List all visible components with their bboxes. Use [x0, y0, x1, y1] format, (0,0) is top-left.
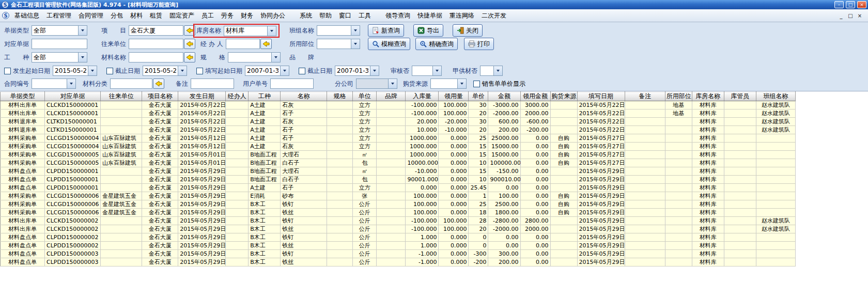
spec-combo[interactable]: [228, 52, 281, 62]
menu-item[interactable]: 工具: [355, 10, 375, 22]
warehouse-combo[interactable]: [224, 26, 276, 36]
table-row[interactable]: 材料盘点单CLPDD150000003金石大厦2015年05月29日B木工铁丝公…: [1, 258, 796, 266]
material-class-lookup-button[interactable]: [153, 79, 164, 89]
menu-item[interactable]: 帮助: [316, 10, 335, 22]
menu-item[interactable]: 基础信息: [11, 10, 43, 22]
chevron-down-icon[interactable]: [78, 53, 87, 62]
fill-start-checkbox[interactable]: [196, 68, 203, 74]
occur-end-date-value[interactable]: [143, 66, 178, 75]
warehouse-value[interactable]: [224, 26, 267, 36]
column-header-doc_type[interactable]: 单据类型: [1, 92, 45, 101]
minimize-button[interactable]: –: [834, 1, 844, 8]
column-header-keeper[interactable]: 库管员: [724, 92, 756, 101]
menu-item[interactable]: 系统: [296, 10, 316, 22]
fill-end-date-combo[interactable]: [335, 66, 379, 76]
owner-supplied-combo[interactable]: [480, 66, 503, 76]
column-header-project[interactable]: 项目名称: [142, 92, 178, 101]
chevron-down-icon[interactable]: [370, 66, 379, 75]
menu-item[interactable]: 领导查询: [382, 10, 414, 22]
table-row[interactable]: 材料出库单CLCKD150000002金石大厦2015年05月29日B木工铁钉公…: [1, 217, 796, 225]
close-window-button[interactable]: ×: [857, 1, 866, 8]
counter-doc-input[interactable]: [32, 39, 87, 49]
table-row[interactable]: 材料采购单CLCGD150000006金星建筑五金金石大厦2015年05月29日…: [1, 209, 796, 217]
menu-item[interactable]: 员工: [198, 10, 218, 22]
chevron-down-icon[interactable]: [267, 26, 276, 36]
table-row[interactable]: 材料采购单CLCGD150000004山东百脉建筑金石大厦2015年05月12日…: [1, 134, 796, 143]
menu-item[interactable]: 固定资产: [166, 10, 198, 22]
work-type-value[interactable]: [32, 53, 78, 62]
print-button[interactable]: 打印: [464, 38, 494, 50]
spec-value[interactable]: [228, 53, 271, 62]
menu-item[interactable]: 协同办公: [257, 10, 289, 22]
table-row[interactable]: 材料盘点单CLPDD150000001金石大厦2015年05月29日A土建石子立…: [1, 184, 796, 192]
doc-type-combo[interactable]: [32, 25, 87, 36]
project-input[interactable]: [129, 25, 183, 36]
table-row[interactable]: 材料出库单CLCKD150000002金石大厦2015年05月29日B木工铁丝公…: [1, 225, 796, 233]
column-header-doc_no[interactable]: 对应单据: [45, 92, 101, 101]
fuzzy-query-button[interactable]: 模糊查询: [368, 38, 410, 50]
chevron-down-icon[interactable]: [351, 39, 360, 49]
handler-input[interactable]: [226, 39, 260, 49]
chevron-down-icon[interactable]: [78, 26, 87, 35]
chevron-down-icon[interactable]: [280, 66, 289, 75]
column-header-unit[interactable]: 单位: [353, 92, 377, 101]
work-type-combo[interactable]: [32, 52, 87, 62]
menu-item[interactable]: 劳务: [218, 10, 237, 22]
contract-no-value[interactable]: [32, 79, 67, 88]
user-doc-no-input[interactable]: [270, 79, 314, 89]
fill-end-date-value[interactable]: [335, 66, 370, 75]
table-row[interactable]: 材料盘点单CLPDD150000001金石大厦2015年05月29日B地面工程大…: [1, 167, 796, 176]
menu-item[interactable]: 工程管理: [43, 10, 75, 22]
column-header-amount[interactable]: 金额: [488, 92, 520, 101]
menu-item[interactable]: 重连网络: [446, 10, 478, 22]
occur-end-date-combo[interactable]: [143, 66, 187, 76]
column-header-use_amount[interactable]: 领用金额: [520, 92, 550, 101]
menu-item[interactable]: 租赁: [146, 10, 166, 22]
purchase-source-value[interactable]: [431, 79, 457, 88]
vendor-input[interactable]: [129, 39, 183, 49]
table-row[interactable]: 材料盘点单CLPDD150000002金石大厦2015年05月29日B木工铁丝公…: [1, 242, 796, 250]
branch-combo[interactable]: [356, 79, 397, 89]
table-row[interactable]: 材料出库单CLCKD150000001金石大厦2015年05月22日A土建石灰立…: [1, 101, 796, 109]
chevron-down-icon[interactable]: [178, 66, 187, 75]
contract-no-combo[interactable]: [32, 79, 76, 89]
chevron-down-icon[interactable]: [271, 53, 280, 62]
fill-start-date-combo[interactable]: [245, 66, 289, 76]
chevron-down-icon[interactable]: [88, 66, 97, 75]
new-query-button[interactable]: 新查询: [368, 24, 404, 37]
branch-value[interactable]: [357, 79, 388, 88]
column-header-part[interactable]: 所用部位: [665, 92, 692, 101]
column-header-source[interactable]: 购货来源: [550, 92, 577, 101]
used-part-value[interactable]: [317, 39, 351, 49]
sale-price-show-checkbox[interactable]: [473, 81, 480, 87]
mdi-close-button[interactable]: ×: [856, 12, 864, 20]
table-row[interactable]: 材料采购单CLCGD150000006金星建筑五金金石大厦2015年05月29日…: [1, 200, 796, 209]
table-row[interactable]: 材料采购单CLCGD150000004山东百脉建筑金石大厦2015年05月12日…: [1, 143, 796, 151]
chevron-down-icon[interactable]: [388, 79, 397, 88]
maximize-button[interactable]: □: [846, 1, 855, 8]
owner-supplied-value[interactable]: [481, 66, 493, 75]
table-row[interactable]: 材料采购单CLCGD150000005山东百脉建筑金石大厦2015年05月01日…: [1, 151, 796, 159]
doc-type-value[interactable]: [32, 26, 78, 35]
occur-start-checkbox[interactable]: [4, 68, 11, 74]
chevron-down-icon[interactable]: [457, 79, 466, 88]
table-row[interactable]: 材料退库单CLTKD150000001金石大厦2015年05月22日A土建石灰立…: [1, 118, 796, 126]
handler-lookup-button[interactable]: [260, 39, 272, 49]
fill-end-checkbox[interactable]: [299, 68, 305, 74]
column-header-fill_date[interactable]: 填写日期: [577, 92, 625, 101]
menu-item[interactable]: 材料: [127, 10, 146, 22]
menu-item[interactable]: 合同管理: [75, 10, 107, 22]
material-name-input[interactable]: [129, 52, 183, 62]
menu-item[interactable]: 窗口: [335, 10, 355, 22]
column-header-spec[interactable]: 规格: [327, 92, 353, 101]
column-header-brand[interactable]: 品牌: [377, 92, 406, 101]
column-header-occur_date[interactable]: 发生日期: [178, 92, 226, 101]
column-header-use_qty[interactable]: 领用量: [439, 92, 469, 101]
occur-end-checkbox[interactable]: [106, 68, 113, 74]
fill-start-date-value[interactable]: [245, 66, 280, 75]
column-header-warehouse[interactable]: 库房名称: [692, 92, 724, 101]
table-row[interactable]: 材料采购单CLCGD150000006金星建筑五金金石大厦2015年05月29日…: [1, 192, 796, 200]
column-header-handler[interactable]: 经办人: [226, 92, 249, 101]
column-header-team[interactable]: 班组名称: [756, 92, 795, 101]
table-row[interactable]: 材料退库单CLTKD150000001金石大厦2015年05月22日A土建石子立…: [1, 126, 796, 134]
